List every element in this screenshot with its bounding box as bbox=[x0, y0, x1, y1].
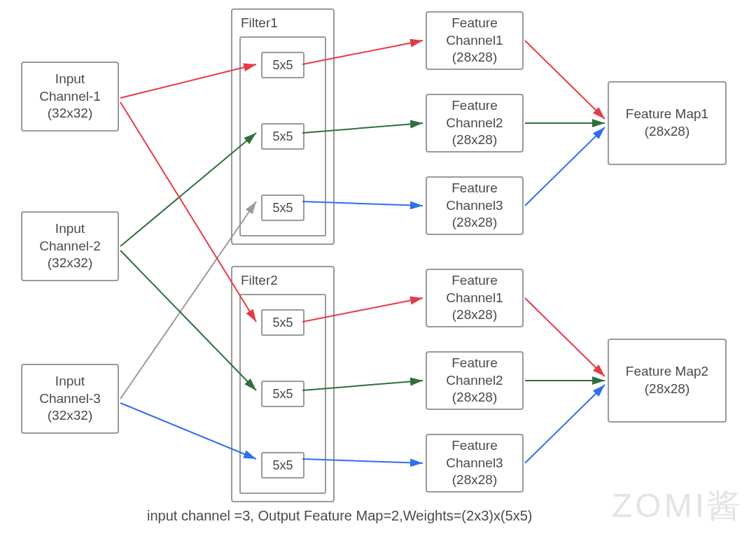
label: Channel1 bbox=[446, 32, 503, 50]
label: Input bbox=[55, 220, 85, 238]
label: (28x28) bbox=[645, 123, 690, 141]
feature-ch1b: Feature Channel1 (28x28) bbox=[426, 269, 524, 327]
label: Feature Map2 bbox=[626, 363, 708, 381]
label: Feature bbox=[451, 15, 497, 32]
label: Feature Map1 bbox=[626, 106, 708, 123]
label: (28x28) bbox=[452, 306, 497, 324]
label: (32x32) bbox=[48, 407, 92, 425]
label: (28x28) bbox=[452, 472, 497, 489]
input-channel-2: Input Channel-2 (32x32) bbox=[21, 211, 119, 281]
label: Channel-3 bbox=[39, 390, 101, 408]
edge-fc1b-fm2 bbox=[525, 298, 605, 376]
label: (28x28) bbox=[645, 381, 690, 398]
label: (28x28) bbox=[452, 49, 497, 66]
label: (28x28) bbox=[452, 132, 497, 149]
label: Feature bbox=[451, 437, 497, 455]
label: (32x32) bbox=[48, 255, 92, 272]
label: Feature bbox=[451, 97, 497, 115]
label: Channel-2 bbox=[39, 238, 101, 255]
label: Channel1 bbox=[446, 290, 503, 307]
filter1-kernel-1: 5x5 bbox=[261, 52, 304, 78]
feature-map-1: Feature Map1 (28x28) bbox=[608, 81, 727, 165]
filter2-kernel-2: 5x5 bbox=[261, 381, 304, 407]
label: Channel3 bbox=[446, 197, 503, 215]
label: Channel3 bbox=[446, 455, 503, 472]
feature-ch2a: Feature Channel2 (28x28) bbox=[426, 94, 524, 153]
label: Channel2 bbox=[446, 115, 503, 132]
input-channel-3: Input Channel-3 (32x32) bbox=[21, 364, 119, 434]
filter2-kernel-1: 5x5 bbox=[261, 309, 304, 336]
edge-fc1a-fm1 bbox=[525, 41, 605, 119]
input-channel-1: Input Channel-1 (32x32) bbox=[21, 62, 119, 132]
label: (32x32) bbox=[48, 105, 92, 122]
label: Input bbox=[55, 373, 85, 390]
label: Channel2 bbox=[446, 372, 503, 390]
label: (28x28) bbox=[452, 389, 497, 406]
filter1-kernel-3: 5x5 bbox=[261, 194, 304, 221]
filter2-body: 5x5 5x5 5x5 bbox=[239, 294, 326, 494]
filter1-kernel-2: 5x5 bbox=[261, 123, 304, 150]
label: Feature bbox=[451, 180, 497, 197]
filter1-container: Filter1 5x5 5x5 5x5 bbox=[231, 8, 335, 245]
label: Feature bbox=[451, 355, 497, 372]
filter2-container: Filter2 5x5 5x5 5x5 bbox=[231, 266, 335, 502]
caption-text: input channel =3, Output Feature Map=2,W… bbox=[147, 508, 533, 524]
filter2-kernel-3: 5x5 bbox=[261, 452, 304, 479]
feature-ch2b: Feature Channel2 (28x28) bbox=[426, 351, 524, 410]
label: Channel-1 bbox=[39, 88, 101, 106]
filter1-body: 5x5 5x5 5x5 bbox=[239, 36, 326, 236]
feature-ch3a: Feature Channel3 (28x28) bbox=[426, 176, 524, 235]
label: Feature bbox=[451, 272, 497, 290]
label: Input bbox=[55, 71, 85, 88]
feature-map-2: Feature Map2 (28x28) bbox=[608, 339, 727, 423]
edge-fc3a-fm1 bbox=[525, 127, 605, 206]
feature-ch3b: Feature Channel3 (28x28) bbox=[426, 434, 524, 493]
label: (28x28) bbox=[452, 214, 497, 232]
edge-fc3b-fm2 bbox=[525, 385, 605, 463]
watermark-text: ZOMI酱 bbox=[612, 483, 743, 528]
filter2-title: Filter2 bbox=[241, 273, 326, 288]
feature-ch1a: Feature Channel1 (28x28) bbox=[426, 11, 524, 70]
filter1-title: Filter1 bbox=[241, 15, 326, 31]
